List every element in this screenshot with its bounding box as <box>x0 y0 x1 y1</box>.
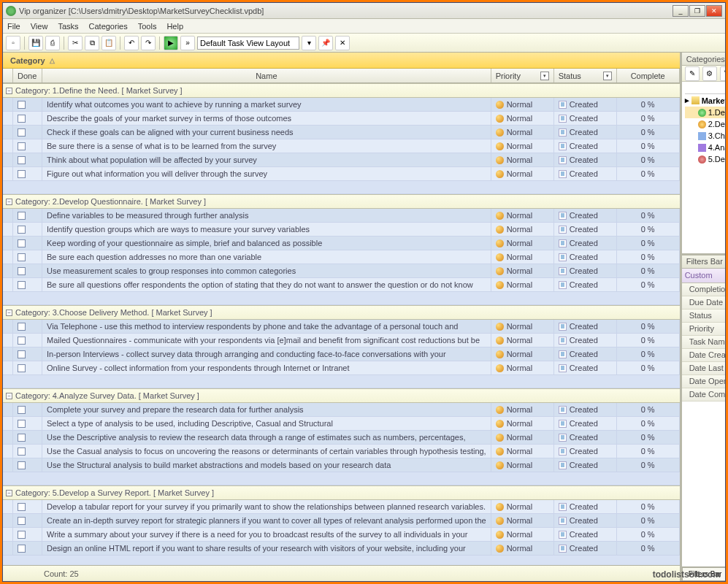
toolbar-play-icon[interactable]: ▶ <box>164 36 178 50</box>
task-row[interactable]: Identify what outcomes you want to achie… <box>3 98 680 112</box>
toolbar-redo-icon[interactable]: ↷ <box>141 36 156 50</box>
done-checkbox[interactable] <box>13 209 42 222</box>
done-checkbox[interactable] <box>13 334 42 347</box>
toolbar-undo-icon[interactable]: ↶ <box>124 36 139 50</box>
cat-edit-icon[interactable]: ⚙ <box>702 66 717 81</box>
filter-row[interactable]: Status▾ <box>682 310 725 323</box>
toolbar-paste-icon[interactable]: 📋 <box>101 36 116 50</box>
task-row[interactable]: Online Survey - collect information from… <box>3 361 680 375</box>
priority-filter-icon[interactable]: ▾ <box>540 72 549 80</box>
filter-custom[interactable]: Custom <box>685 271 713 280</box>
done-checkbox[interactable] <box>13 278 42 291</box>
toolbar-new-icon[interactable]: ▫ <box>6 36 20 50</box>
grid-body[interactable]: −Category: 1.Define the Need. [ Market S… <box>3 83 680 565</box>
done-checkbox[interactable] <box>13 458 42 472</box>
menu-categories[interactable]: Categories <box>89 22 128 31</box>
group-header[interactable]: −Category: 3.Choose Delivery Method. [ M… <box>3 305 680 320</box>
task-row[interactable]: Select a type of analysis to be used, in… <box>3 417 680 431</box>
done-checkbox[interactable] <box>13 500 42 513</box>
close-button[interactable]: ✕ <box>706 5 722 17</box>
toolbar-pin-icon[interactable]: 📌 <box>318 36 333 50</box>
menu-file[interactable]: File <box>7 22 20 31</box>
task-row[interactable]: Via Telephone - use this method to inter… <box>3 320 680 334</box>
col-done[interactable]: Done <box>13 69 42 82</box>
toolbar-print-icon[interactable]: ⎙ <box>45 36 60 50</box>
toolbar-next-icon[interactable]: » <box>180 36 195 50</box>
collapse-icon[interactable]: − <box>6 490 12 496</box>
menu-view[interactable]: View <box>31 22 48 31</box>
done-checkbox[interactable] <box>13 403 42 416</box>
col-name[interactable]: Name <box>42 69 491 82</box>
categories-tree[interactable]: Un... ... ▸ Market Survey 2525 1.Define … <box>682 82 725 256</box>
menu-help[interactable]: Help <box>166 22 183 31</box>
done-checkbox[interactable] <box>13 514 42 527</box>
filter-row[interactable]: Date Created▾ <box>682 349 725 362</box>
filter-row[interactable]: Date Last Modifie▾ <box>682 362 725 375</box>
done-checkbox[interactable] <box>13 139 42 153</box>
filter-row[interactable]: Completion▾ <box>682 283 725 296</box>
done-checkbox[interactable] <box>13 417 42 430</box>
group-header[interactable]: −Category: 2.Develop Questionnaire. [ Ma… <box>3 194 680 209</box>
task-row[interactable]: Figure out what information you will del… <box>3 167 680 181</box>
category-bar[interactable]: Category △ <box>3 53 680 69</box>
done-checkbox[interactable] <box>13 153 42 166</box>
task-row[interactable]: Use the Structural analysis to build mar… <box>3 458 680 472</box>
filter-row[interactable]: Task Name <box>682 336 725 349</box>
done-checkbox[interactable] <box>13 431 42 444</box>
task-row[interactable]: Think about what population will be affe… <box>3 153 680 167</box>
done-checkbox[interactable] <box>13 237 42 250</box>
cat-new-icon[interactable]: ✎ <box>685 66 700 81</box>
minimize-button[interactable]: _ <box>673 5 689 17</box>
done-checkbox[interactable] <box>13 264 42 277</box>
collapse-icon[interactable]: − <box>6 393 12 399</box>
task-row[interactable]: Complete your survey and prepare the res… <box>3 403 680 417</box>
collapse-icon[interactable]: − <box>6 199 12 205</box>
task-row[interactable]: Use the Casual analysis to focus on unco… <box>3 445 680 458</box>
layout-input[interactable] <box>197 36 299 50</box>
filter-row[interactable]: Date Completed▾ <box>682 388 725 402</box>
col-priority[interactable]: Priority▾ <box>491 69 554 82</box>
done-checkbox[interactable] <box>13 528 42 541</box>
toolbar-save-icon[interactable]: 💾 <box>28 36 43 50</box>
task-row[interactable]: Mailed Questionnaires - communicate with… <box>3 334 680 347</box>
filter-row[interactable]: Due Date▾ <box>682 296 725 310</box>
col-status[interactable]: Status▾ <box>554 69 617 82</box>
toolbar-cut-icon[interactable]: ✂ <box>68 36 83 50</box>
task-row[interactable]: Describe the goals of your market survey… <box>3 112 680 126</box>
done-checkbox[interactable] <box>13 542 42 555</box>
task-row[interactable]: Use measurement scales to group response… <box>3 264 680 278</box>
done-checkbox[interactable] <box>13 126 42 139</box>
done-checkbox[interactable] <box>13 320 42 333</box>
tree-root[interactable]: ▸ Market Survey 2525 <box>685 94 725 107</box>
cat-filter-icon[interactable]: ∇ <box>720 66 725 81</box>
done-checkbox[interactable] <box>13 361 42 374</box>
toolbar-copy-icon[interactable]: ⧉ <box>85 36 99 50</box>
task-row[interactable]: Define variables to be measured through … <box>3 209 680 223</box>
task-row[interactable]: Develop a tabular report for your survey… <box>3 500 680 514</box>
task-row[interactable]: Identify question groups which are ways … <box>3 223 680 237</box>
maximize-button[interactable]: ❐ <box>689 5 705 17</box>
task-row[interactable]: Use the Descriptive analysis to review t… <box>3 431 680 445</box>
done-checkbox[interactable] <box>13 112 42 125</box>
done-checkbox[interactable] <box>13 347 42 361</box>
task-row[interactable]: Be sure all questions offer respondents … <box>3 278 680 292</box>
task-row[interactable]: Check if these goals can be aligned with… <box>3 126 680 139</box>
task-row[interactable]: Be sure there is a sense of what is to b… <box>3 139 680 153</box>
tree-item[interactable]: 4.Analyze Survey Data.55 <box>685 142 725 153</box>
done-checkbox[interactable] <box>13 223 42 236</box>
menu-tasks[interactable]: Tasks <box>58 22 78 31</box>
group-header[interactable]: −Category: 5.Develop a Survey Report. [ … <box>3 485 680 500</box>
task-row[interactable]: Write a summary about your survey if the… <box>3 528 680 542</box>
task-row[interactable]: Create an in-depth survey report for str… <box>3 514 680 528</box>
group-header[interactable]: −Category: 1.Define the Need. [ Market S… <box>3 83 680 98</box>
collapse-icon[interactable]: − <box>6 88 12 94</box>
task-row[interactable]: Keep wording of your questionnaire as si… <box>3 237 680 250</box>
menu-tools[interactable]: Tools <box>138 22 157 31</box>
done-checkbox[interactable] <box>13 445 42 458</box>
task-row[interactable]: In-person Interviews - collect survey da… <box>3 347 680 361</box>
col-complete[interactable]: Complete <box>617 69 680 82</box>
done-checkbox[interactable] <box>13 250 42 264</box>
tree-item[interactable]: 2.Develop Questionnaire.66 <box>685 118 725 130</box>
done-checkbox[interactable] <box>13 98 42 111</box>
tree-item[interactable]: 3.Choose Delivery Metho44 <box>685 130 725 142</box>
